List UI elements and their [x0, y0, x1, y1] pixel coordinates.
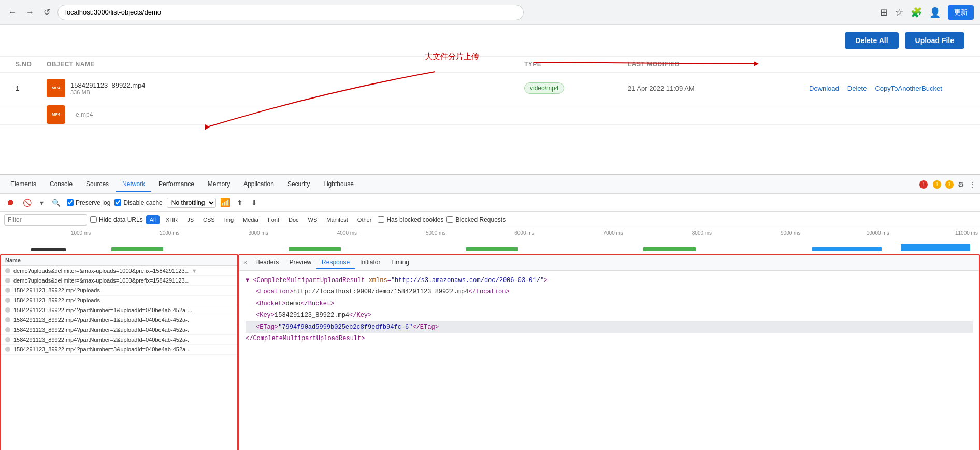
preserve-log-checkbox[interactable]	[67, 199, 74, 206]
back-button[interactable]: ←	[6, 6, 19, 19]
request-item-0[interactable]: demo?uploads&delimiter=&max-uploads=1000…	[1, 266, 237, 276]
error-badge: 1	[919, 180, 928, 189]
tab-preview[interactable]: Preview	[284, 257, 316, 269]
devtools-toolbar: ⏺ 🚫 ▾ 🔍 Preserve log Disable cache No th…	[0, 194, 980, 212]
throttle-select[interactable]: No throttling	[167, 198, 216, 208]
delete-all-button[interactable]: Delete All	[845, 32, 898, 49]
star-icon[interactable]: ☆	[895, 7, 903, 18]
filter-icon-button[interactable]: ▾	[38, 198, 46, 208]
request-dot-0	[5, 268, 10, 273]
file-size: 336 MB	[70, 89, 146, 95]
request-item-6[interactable]: 1584291123_89922.mp4?partNumber=2&upload…	[1, 325, 237, 335]
filter-media[interactable]: Media	[240, 216, 262, 223]
tl-9000: 9000 ms	[714, 230, 802, 236]
last-modified: 21 Apr 2022 11:09 AM	[628, 85, 809, 92]
tab-performance[interactable]: Performance	[152, 177, 200, 192]
tbar-seg-6	[448, 247, 536, 251]
address-bar[interactable]	[57, 5, 524, 20]
request-text-1: demo?uploads&delimiter=&max-uploads=1000…	[13, 277, 190, 284]
hide-data-urls-label[interactable]: Hide data URLs	[90, 216, 143, 223]
tab-memory[interactable]: Memory	[201, 177, 236, 192]
has-blocked-cookies-label[interactable]: Has blocked cookies	[378, 216, 443, 223]
filter-font[interactable]: Font	[265, 216, 282, 223]
request-item-3[interactable]: 1584291123_89922.mp4?uploads	[1, 296, 237, 305]
filter-all[interactable]: All	[146, 215, 160, 224]
request-dot-6	[5, 327, 10, 332]
settings-icon[interactable]: ⚙	[958, 180, 964, 189]
tab-headers[interactable]: Headers	[250, 257, 284, 269]
filter-other[interactable]: Other	[354, 216, 375, 223]
delete-link[interactable]: Delete	[847, 85, 867, 92]
tab-sources[interactable]: Sources	[80, 177, 115, 192]
record-button[interactable]: ⏺	[4, 197, 17, 208]
disable-cache-checkbox[interactable]	[114, 199, 121, 206]
disable-cache-label[interactable]: Disable cache	[114, 199, 162, 206]
profile-icon[interactable]: 👤	[929, 7, 941, 18]
warning-badge: 1	[933, 180, 941, 189]
filter-css[interactable]: CSS	[200, 216, 218, 223]
more-icon[interactable]: ⋮	[969, 180, 976, 189]
filter-doc[interactable]: Doc	[285, 216, 302, 223]
search-button[interactable]: 🔍	[50, 198, 63, 208]
browser-chrome: ← → ↺ ⊞ ☆ 🧩 👤 更新	[0, 0, 980, 25]
download-har-button[interactable]: ⬇	[249, 198, 260, 208]
request-item-2[interactable]: 1584291123_89922.mp4?uploads	[1, 286, 237, 296]
response-panel: × Headers Preview Response Initiator Tim…	[238, 254, 980, 450]
preserve-log-label[interactable]: Preserve log	[67, 199, 110, 206]
copy-to-bucket-link[interactable]: CopyToAnotherBucket	[875, 85, 942, 92]
update-button[interactable]: 更新	[948, 5, 974, 20]
filter-xhr[interactable]: XHR	[163, 216, 181, 223]
download-link[interactable]: Download	[809, 85, 839, 92]
filter-bar: Hide data URLs All XHR JS CSS Img Media …	[0, 212, 980, 228]
tl-10000: 10000 ms	[802, 230, 891, 236]
has-blocked-cookies-text: Has blocked cookies	[386, 216, 443, 223]
filter-js[interactable]: JS	[184, 216, 197, 223]
tab-timing[interactable]: Timing	[385, 257, 414, 269]
tl-8000: 8000 ms	[625, 230, 714, 236]
upload-file-button[interactable]: Upload File	[905, 32, 964, 49]
request-item-5[interactable]: 1584291123_89922.mp4?partNumber=1&upload…	[1, 315, 237, 325]
xml-line-1: ▼ <CompleteMultipartUploadResult xmlns="…	[246, 275, 973, 286]
translate-icon[interactable]: ⊞	[880, 7, 888, 18]
clear-button[interactable]: 🚫	[21, 198, 34, 208]
request-item-1[interactable]: demo?uploads&delimiter=&max-uploads=1000…	[1, 276, 237, 286]
tab-initiator[interactable]: Initiator	[355, 257, 385, 269]
network-split: Name demo?uploads&delimiter=&max-uploads…	[0, 254, 980, 450]
hide-data-urls-text: Hide data URLs	[99, 216, 143, 223]
blocked-requests-checkbox[interactable]	[446, 216, 453, 223]
file-details: 1584291123_89922.mp4 336 MB	[70, 81, 146, 95]
row-sno: 1	[16, 85, 47, 92]
forward-button[interactable]: →	[24, 6, 36, 19]
blocked-requests-label[interactable]: Blocked Requests	[446, 216, 506, 223]
has-blocked-cookies-checkbox[interactable]	[378, 216, 384, 223]
refresh-button[interactable]: ↺	[41, 5, 52, 19]
tbar-seg-10	[802, 247, 891, 251]
request-list: Name demo?uploads&delimiter=&max-uploads…	[0, 254, 238, 450]
request-text-8: 1584291123_89922.mp4?partNumber=3&upload…	[13, 346, 189, 353]
tab-console[interactable]: Console	[44, 177, 79, 192]
request-item-8[interactable]: 1584291123_89922.mp4?partNumber=3&upload…	[1, 345, 237, 355]
request-item-7[interactable]: 1584291123_89922.mp4?partNumber=2&upload…	[1, 335, 237, 345]
tab-response[interactable]: Response	[316, 257, 355, 269]
preserve-log-text: Preserve log	[76, 199, 110, 206]
hide-data-urls-checkbox[interactable]	[90, 216, 97, 223]
request-dot-4	[5, 307, 10, 313]
upload-har-button[interactable]: ⬆	[235, 198, 245, 208]
tl-11000: 11000 ms	[891, 230, 980, 236]
request-item-4[interactable]: 1584291123_89922.mp4?partNumber=1&upload…	[1, 305, 237, 315]
filter-input[interactable]	[4, 214, 87, 226]
close-response-tab[interactable]: ×	[243, 259, 247, 266]
filter-ws[interactable]: WS	[305, 216, 321, 223]
tab-lighthouse[interactable]: Lighthouse	[317, 177, 360, 192]
tab-elements[interactable]: Elements	[4, 177, 42, 192]
filter-manifest[interactable]: Manifest	[323, 216, 351, 223]
response-content: ▼ <CompleteMultipartUploadResult xmlns="…	[239, 271, 979, 348]
tab-security[interactable]: Security	[281, 177, 316, 192]
devtools-icons-right: 1 1 1 ⚙ ⋮	[919, 180, 976, 189]
timeline-labels: 1000 ms 2000 ms 3000 ms 4000 ms 5000 ms …	[4, 230, 980, 236]
tab-application[interactable]: Application	[237, 177, 280, 192]
filter-img[interactable]: Img	[221, 216, 237, 223]
tl-1000: 1000 ms	[4, 230, 93, 236]
extensions-icon[interactable]: 🧩	[911, 7, 922, 18]
tab-network[interactable]: Network	[116, 177, 151, 192]
